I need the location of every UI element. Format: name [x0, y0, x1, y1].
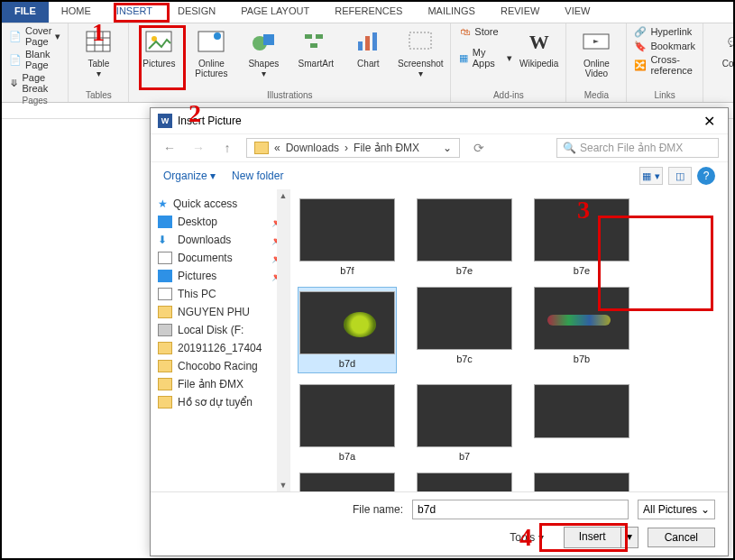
- sidebar-item-thispc[interactable]: This PC: [154, 285, 286, 303]
- sidebar-item-pictures[interactable]: Pictures📌: [154, 267, 286, 285]
- sidebar-item-documents[interactable]: Documents📌: [154, 249, 286, 267]
- tab-insert[interactable]: INSERT: [104, 2, 165, 23]
- scroll-down-icon[interactable]: ▼: [280, 479, 288, 491]
- cancel-button[interactable]: Cancel: [648, 528, 715, 547]
- up-button[interactable]: ↑: [217, 138, 237, 158]
- breadcrumb-part-2[interactable]: File ảnh ĐMX: [354, 142, 419, 154]
- sidebar-item-nguyenphu[interactable]: NGUYEN PHU: [154, 303, 286, 321]
- file-thumb[interactable]: b7a: [298, 384, 397, 462]
- tab-file[interactable]: FILE: [2, 2, 49, 23]
- refresh-button[interactable]: ⟳: [469, 138, 489, 158]
- file-thumb[interactable]: [532, 473, 631, 491]
- cover-page-button[interactable]: 📄Cover Page▾: [9, 25, 60, 47]
- file-thumb[interactable]: b7: [415, 384, 514, 462]
- thumbnail-image: [299, 473, 395, 491]
- sidebar-item-hoso[interactable]: Hồ sơ dự tuyển: [154, 393, 286, 411]
- chevron-down-icon[interactable]: ⌄: [443, 142, 452, 154]
- coverpage-icon: 📄: [9, 30, 22, 42]
- myapps-label: My Apps: [473, 47, 503, 69]
- file-thumb[interactable]: b7f: [298, 198, 397, 276]
- sidebar-item-localdisk[interactable]: Local Disk (F:: [154, 321, 286, 339]
- shapes-icon: [249, 27, 278, 56]
- tab-view[interactable]: VIEW: [552, 2, 602, 23]
- store-button[interactable]: 🛍Store: [458, 25, 512, 38]
- breadcrumb-part-1[interactable]: Downloads: [286, 142, 339, 154]
- sidebar-item-label: File ảnh ĐMX: [178, 378, 243, 390]
- sidebar-item-downloads[interactable]: ⬇Downloads📌: [154, 231, 286, 249]
- thumbnail-caption: b7f: [340, 265, 354, 276]
- blank-page-button[interactable]: 📄Blank Page: [9, 49, 60, 70]
- svg-rect-11: [305, 34, 312, 39]
- dialog-body: ★Quick access Desktop📌 ⬇Downloads📌 Docum…: [151, 189, 728, 491]
- file-thumb-selected[interactable]: b7d: [298, 287, 397, 373]
- tab-design[interactable]: DESIGN: [165, 2, 228, 23]
- sidebar-item-desktop[interactable]: Desktop📌: [154, 213, 286, 231]
- online-pictures-button[interactable]: Online Pictures: [188, 25, 234, 78]
- file-thumb[interactable]: [532, 384, 631, 462]
- file-thumb[interactable]: b7e: [415, 198, 514, 276]
- view-mode-button[interactable]: ▦ ▾: [639, 167, 663, 185]
- screenshot-button[interactable]: Screenshot▾: [398, 25, 443, 78]
- pictures-button[interactable]: Pictures: [136, 25, 181, 69]
- thumbnail-image: [299, 198, 395, 262]
- sidebar-scrollbar[interactable]: ▲▼: [277, 189, 289, 491]
- help-button[interactable]: ?: [697, 167, 715, 185]
- file-filter-dropdown[interactable]: All Pictures⌄: [638, 500, 715, 519]
- file-thumb[interactable]: [298, 473, 397, 491]
- chart-button[interactable]: Chart: [345, 25, 390, 69]
- sidebar-item-label: Local Disk (F:: [178, 324, 243, 336]
- sidebar-quick-access[interactable]: ★Quick access: [154, 195, 286, 213]
- hyperlink-icon: 🔗: [634, 25, 647, 38]
- online-video-button[interactable]: Online Video: [574, 25, 619, 78]
- svg-rect-16: [372, 32, 377, 50]
- breadcrumb-sep: ›: [345, 142, 348, 154]
- smartart-button[interactable]: SmartArt: [293, 25, 338, 69]
- tab-mailings[interactable]: MAILINGS: [415, 2, 488, 23]
- filename-input[interactable]: [412, 500, 629, 519]
- sidebar: ★Quick access Desktop📌 ⬇Downloads📌 Docum…: [151, 189, 290, 491]
- insert-button[interactable]: Insert▾: [564, 527, 639, 548]
- back-button[interactable]: ←: [160, 138, 179, 158]
- organize-label: Organize: [163, 170, 207, 182]
- crossref-button[interactable]: 🔀Cross-reference: [634, 54, 695, 76]
- sidebar-item-20191126[interactable]: 20191126_17404: [154, 339, 286, 357]
- screenshot-label: Screenshot: [398, 59, 444, 69]
- file-thumb[interactable]: b7c: [415, 287, 514, 373]
- forward-button[interactable]: →: [188, 138, 208, 158]
- close-button[interactable]: ✕: [698, 113, 721, 130]
- myapps-button[interactable]: ▦My Apps▾: [458, 47, 512, 69]
- tab-review[interactable]: REVIEW: [488, 2, 552, 23]
- bookmark-button[interactable]: 🔖Bookmark: [634, 40, 695, 52]
- comment-button[interactable]: 💬Comr: [711, 25, 735, 69]
- star-icon: ★: [158, 197, 168, 210]
- store-label: Store: [474, 26, 498, 37]
- hyperlink-button[interactable]: 🔗Hyperlink: [634, 25, 695, 38]
- shapes-button[interactable]: Shapes▾: [241, 25, 286, 78]
- file-thumb[interactable]: [415, 473, 514, 491]
- file-thumb[interactable]: b7b: [532, 287, 631, 373]
- group-label-tables: Tables: [76, 90, 121, 100]
- wikipedia-button[interactable]: WWikipedia: [519, 25, 558, 69]
- preview-pane-button[interactable]: ◫: [668, 167, 692, 185]
- page-break-button[interactable]: ⤋Page Break: [9, 72, 60, 94]
- tab-pagelayout[interactable]: PAGE LAYOUT: [228, 2, 322, 23]
- insert-button-dropdown[interactable]: ▾: [621, 528, 638, 547]
- sidebar-item-fileanh[interactable]: File ảnh ĐMX: [154, 375, 286, 393]
- callout-2: 2: [188, 99, 201, 128]
- dropdown-icon: ▾: [96, 69, 101, 78]
- online-pictures-icon: [197, 27, 225, 56]
- tab-references[interactable]: REFERENCES: [322, 2, 415, 23]
- thumbnail-caption: b7c: [456, 353, 473, 364]
- group-label-illustrations: Illustrations: [136, 90, 443, 100]
- ribbon: 📄Cover Page▾ 📄Blank Page ⤋Page Break Pag…: [2, 23, 733, 103]
- scroll-up-icon[interactable]: ▲: [280, 189, 288, 202]
- crossref-icon: 🔀: [634, 59, 647, 71]
- dialog-bottom: File name: All Pictures⌄ Tools ▾ Insert▾…: [151, 491, 728, 555]
- search-input[interactable]: 🔍Search File ảnh ĐMX: [556, 138, 719, 158]
- insert-button-main[interactable]: Insert: [565, 528, 621, 547]
- sidebar-item-chocobo[interactable]: Chocobo Racing: [154, 357, 286, 375]
- file-grid: b7f b7e b7e b7d b7c b7b b7a b7: [290, 189, 728, 491]
- new-folder-button[interactable]: New folder: [232, 170, 283, 182]
- organize-button[interactable]: Organize ▾: [163, 170, 216, 182]
- breadcrumb[interactable]: « Downloads › File ảnh ĐMX ⌄: [246, 138, 460, 158]
